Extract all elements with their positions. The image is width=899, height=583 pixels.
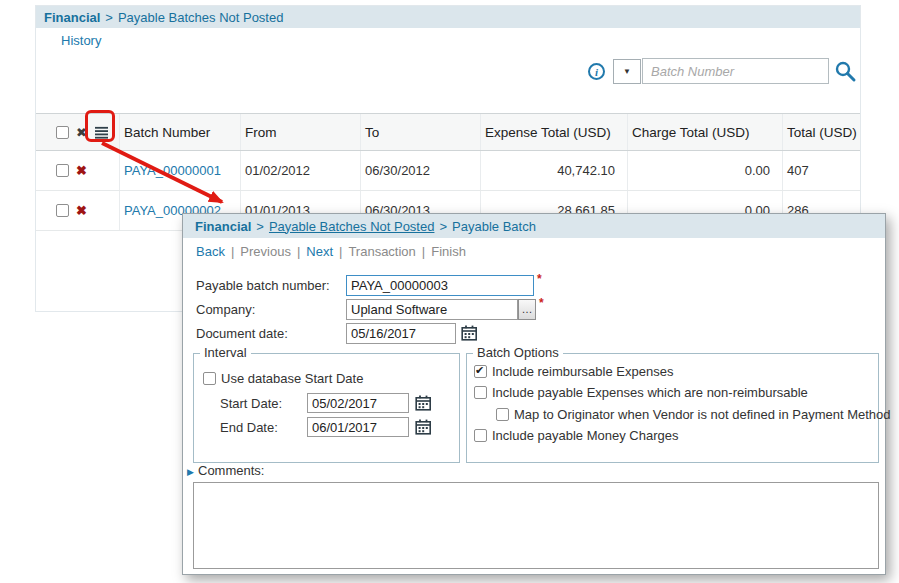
interval-legend: Interval bbox=[200, 345, 251, 360]
magnifier-glyph bbox=[834, 60, 857, 83]
chevron-down-icon: ▼ bbox=[623, 67, 631, 76]
batch-number-label: Payable batch number: bbox=[196, 278, 330, 293]
column-header-expense-total[interactable]: Expense Total (USD) bbox=[481, 114, 628, 150]
required-marker: * bbox=[537, 272, 542, 286]
info-icon[interactable]: i bbox=[588, 63, 605, 80]
batch-options-fieldset: Batch Options Include reimbursable Expen… bbox=[466, 353, 879, 463]
column-header-from[interactable]: From bbox=[241, 114, 361, 150]
payable-batch-dialog: Financial > Payable Batches Not Posted >… bbox=[182, 213, 886, 575]
use-database-start-date-option: Use database Start Date bbox=[203, 371, 363, 386]
breadcrumb-separator: > bbox=[439, 219, 447, 234]
start-date-input[interactable] bbox=[307, 393, 409, 413]
comments-label: Comments: bbox=[198, 463, 264, 478]
include-reimbursable-option: Include reimbursable Expenses bbox=[474, 364, 673, 379]
map-to-originator-checkbox[interactable] bbox=[496, 408, 509, 421]
search-filter-dropdown[interactable]: ▼ bbox=[613, 59, 641, 84]
cell-to: 06/30/2012 bbox=[361, 151, 481, 190]
include-reimbursable-checkbox[interactable] bbox=[474, 365, 487, 378]
column-header-charge-total[interactable]: Charge Total (USD) bbox=[628, 114, 783, 150]
calendar-glyph bbox=[461, 325, 478, 341]
breadcrumb-financial[interactable]: Financial bbox=[195, 219, 251, 234]
breadcrumb-current-page: Payable Batches Not Posted bbox=[118, 10, 284, 25]
table-row: ✖ PAYA_00000001 01/02/2012 06/30/2012 40… bbox=[36, 151, 860, 191]
cell-from: 01/02/2012 bbox=[241, 151, 361, 190]
table-header-row: ✖ Batch Number From To Expense Total (US… bbox=[36, 113, 860, 151]
calendar-glyph bbox=[415, 395, 432, 411]
include-money-charges-option: Include payable Money Charges bbox=[474, 428, 678, 443]
payable-batch-number-input[interactable] bbox=[346, 275, 534, 296]
info-glyph: i bbox=[595, 66, 598, 78]
comments-textarea[interactable] bbox=[193, 482, 879, 569]
select-all-checkbox[interactable] bbox=[56, 126, 69, 139]
document-date-label: Document date: bbox=[196, 326, 288, 341]
start-date-label: Start Date: bbox=[220, 396, 282, 411]
cell-charge-total: 0.00 bbox=[628, 151, 783, 190]
breadcrumb-batches-link[interactable]: Payable Batches Not Posted bbox=[269, 219, 435, 234]
previous-link: Previous bbox=[240, 244, 291, 259]
company-input[interactable] bbox=[346, 299, 518, 320]
document-date-input[interactable] bbox=[346, 323, 456, 344]
dialog-breadcrumb-bar: Financial > Payable Batches Not Posted >… bbox=[183, 214, 885, 238]
nav-separator: | bbox=[339, 244, 342, 259]
breadcrumb-current-page: Payable Batch bbox=[452, 219, 536, 234]
nav-separator: | bbox=[231, 244, 234, 259]
back-link[interactable]: Back bbox=[196, 244, 225, 259]
company-label: Company: bbox=[196, 302, 255, 317]
delete-row-icon[interactable]: ✖ bbox=[76, 164, 87, 177]
cell-expense-total: 40,742.10 bbox=[481, 151, 628, 190]
map-to-originator-label: Map to Originator when Vendor is not def… bbox=[514, 407, 891, 422]
row-select-checkbox[interactable] bbox=[56, 164, 69, 177]
annotation-highlight-box bbox=[85, 110, 115, 142]
calendar-icon[interactable] bbox=[461, 325, 478, 341]
batch-options-legend: Batch Options bbox=[473, 345, 563, 360]
finish-link: Finish bbox=[431, 244, 466, 259]
screen: Financial > Payable Batches Not Posted H… bbox=[0, 0, 899, 583]
row-controls: ✖ bbox=[36, 151, 120, 190]
end-date-label: End Date: bbox=[220, 420, 278, 435]
breadcrumb-financial[interactable]: Financial bbox=[44, 10, 100, 25]
search-icon[interactable] bbox=[833, 60, 857, 84]
use-database-start-date-label: Use database Start Date bbox=[221, 371, 363, 386]
nav-separator: | bbox=[297, 244, 300, 259]
use-database-start-date-checkbox[interactable] bbox=[203, 372, 216, 385]
column-header-total[interactable]: Total (USD) bbox=[783, 114, 860, 150]
wizard-nav: Back | Previous | Next | Transaction | F… bbox=[196, 244, 466, 259]
include-money-charges-checkbox[interactable] bbox=[474, 429, 487, 442]
nav-separator: | bbox=[422, 244, 425, 259]
row-controls: ✖ bbox=[36, 191, 120, 230]
calendar-icon[interactable] bbox=[415, 419, 432, 435]
transaction-link: Transaction bbox=[348, 244, 415, 259]
cell-total: 407 bbox=[783, 151, 860, 190]
calendar-glyph bbox=[415, 419, 432, 435]
batch-number-link[interactable]: PAYA_00000001 bbox=[124, 163, 221, 178]
end-date-input[interactable] bbox=[307, 417, 409, 437]
include-non-reimbursable-option: Include payable Expenses which are non-r… bbox=[474, 385, 808, 400]
map-to-originator-option: Map to Originator when Vendor is not def… bbox=[496, 407, 891, 422]
delete-row-icon[interactable]: ✖ bbox=[76, 204, 87, 217]
batch-number-search-input[interactable] bbox=[642, 58, 829, 84]
include-money-charges-label: Include payable Money Charges bbox=[492, 428, 678, 443]
next-link[interactable]: Next bbox=[306, 244, 333, 259]
comments-toggle-icon[interactable]: ▶ bbox=[187, 467, 194, 477]
column-header-to[interactable]: To bbox=[361, 114, 481, 150]
interval-fieldset: Interval Use database Start Date Start D… bbox=[193, 353, 460, 463]
required-marker: * bbox=[539, 296, 544, 310]
company-browse-button[interactable]: … bbox=[518, 299, 536, 320]
include-reimbursable-label: Include reimbursable Expenses bbox=[492, 364, 673, 379]
column-header-batch-number[interactable]: Batch Number bbox=[120, 114, 241, 150]
row-select-checkbox[interactable] bbox=[56, 204, 69, 217]
include-non-reimbursable-checkbox[interactable] bbox=[474, 386, 487, 399]
include-non-reimbursable-label: Include payable Expenses which are non-r… bbox=[492, 385, 808, 400]
main-breadcrumb-bar: Financial > Payable Batches Not Posted bbox=[36, 6, 860, 28]
calendar-icon[interactable] bbox=[415, 395, 432, 411]
breadcrumb-separator: > bbox=[105, 10, 113, 25]
breadcrumb-separator: > bbox=[256, 219, 264, 234]
history-link[interactable]: History bbox=[61, 33, 101, 48]
